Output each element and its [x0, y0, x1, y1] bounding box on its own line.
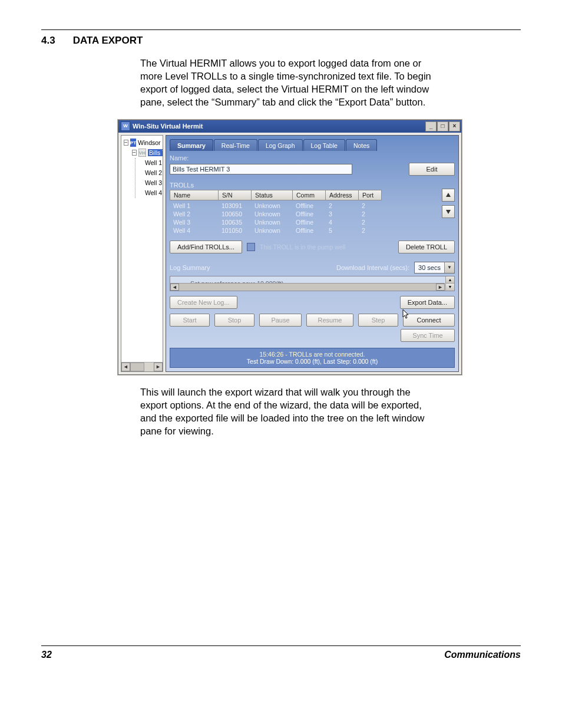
tree-root-row[interactable]: − PT Windsor Highland M	[124, 138, 161, 148]
table-cell: 2	[358, 226, 382, 235]
col-status[interactable]: Status	[251, 190, 292, 200]
collapse-icon[interactable]: −	[132, 150, 137, 156]
window-title: Win-Situ Virtual Hermit	[133, 123, 203, 130]
col-sn[interactable]: S/N	[218, 190, 251, 200]
table-row[interactable]: Well 3100635UnknownOffline42	[170, 218, 382, 226]
col-port[interactable]: Port	[358, 190, 382, 200]
tree-scrollbar[interactable]: ◄ ►	[121, 362, 163, 371]
stop-button[interactable]: Stop	[214, 314, 254, 327]
tab-strip: Summary Real-Time Log Graph Log Table No…	[170, 138, 455, 151]
paragraph-1: The Virtual HERMIT allows you to export …	[140, 57, 438, 109]
tree-well-row[interactable]: Well 3	[140, 178, 161, 188]
titlebar: W Win-Situ Virtual Hermit _ □ ×	[118, 120, 461, 133]
start-button[interactable]: Start	[170, 314, 210, 327]
table-row[interactable]: Well 4101050UnknownOffline52	[170, 226, 382, 235]
pump-well-checkbox[interactable]	[247, 243, 255, 251]
tree-well-label: Well 3	[145, 179, 162, 186]
table-cell: Offline	[292, 210, 325, 218]
tab-summary[interactable]: Summary	[170, 139, 213, 151]
minimize-button[interactable]: _	[425, 121, 437, 131]
tree-hermit-row[interactable]: − VH Bills Test HE	[132, 148, 161, 158]
hermit-icon: VH	[138, 149, 146, 157]
table-row[interactable]: Well 2100650UnknownOffline32	[170, 210, 382, 218]
pump-well-label: This TROLL is in the pump well	[260, 243, 345, 251]
tree-pane[interactable]: − PT Windsor Highland M − VH Bills Test …	[121, 135, 163, 372]
scroll-thumb[interactable]	[130, 363, 144, 371]
scroll-left-icon[interactable]: ◄	[121, 363, 130, 371]
maximize-button[interactable]: □	[437, 121, 448, 131]
paragraph-2: This will launch the export wizard that …	[140, 386, 438, 438]
resume-button[interactable]: Resume	[306, 314, 353, 327]
table-cell: 3	[325, 210, 358, 218]
col-address[interactable]: Address	[325, 190, 358, 200]
scroll-right-icon[interactable]: ►	[436, 284, 445, 291]
table-cell: Unknown	[251, 202, 292, 210]
tab-notes[interactable]: Notes	[346, 139, 377, 151]
table-row[interactable]: Well 1103091UnknownOffline22	[170, 202, 382, 210]
section-header: 4.3 DATA EXPORT	[41, 35, 521, 47]
table-cell: Well 2	[170, 210, 218, 218]
collapse-icon[interactable]: −	[124, 140, 128, 146]
table-cell: 2	[325, 202, 358, 210]
delete-troll-button[interactable]: Delete TROLL	[398, 241, 455, 253]
table-cell: 2	[358, 202, 382, 210]
spin-up-icon[interactable]: ▲	[446, 276, 454, 284]
tree-well-row[interactable]: Well 2	[140, 168, 161, 178]
table-cell: Well 3	[170, 218, 218, 226]
table-cell: 100635	[218, 218, 251, 226]
status-line-1: 15:46:26 - TROLLs are not connected.	[170, 351, 454, 358]
name-input[interactable]: Bills Test HERMIT 3	[170, 164, 352, 174]
scroll-left-icon[interactable]: ◄	[170, 284, 179, 291]
move-up-button[interactable]	[442, 189, 455, 202]
connect-button[interactable]: Connect	[403, 314, 455, 327]
tree-hermit-label: Bills Test HE	[148, 149, 163, 156]
page-footer: 32 Communications	[41, 645, 521, 660]
app-icon: W	[121, 121, 130, 131]
table-cell: Unknown	[251, 226, 292, 235]
col-name[interactable]: Name	[170, 190, 218, 200]
content-pane: Summary Real-Time Log Graph Log Table No…	[166, 135, 459, 372]
tab-logtable[interactable]: Log Table	[303, 139, 345, 151]
table-cell: Well 1	[170, 202, 218, 210]
export-data-button[interactable]: Export Data...	[400, 296, 455, 309]
table-cell: Unknown	[251, 218, 292, 226]
tab-realtime[interactable]: Real-Time	[214, 139, 257, 151]
add-find-trolls-button[interactable]: Add/Find TROLLs...	[170, 241, 242, 253]
pause-button[interactable]: Pause	[259, 314, 302, 327]
section-title: DATA EXPORT	[73, 35, 143, 47]
reference-spin[interactable]: ▲ ▼	[445, 276, 454, 291]
cursor-icon	[402, 309, 409, 319]
table-cell: 4	[325, 218, 358, 226]
sync-time-button[interactable]: Sync Time	[401, 329, 455, 342]
scroll-right-icon[interactable]: ►	[154, 363, 163, 371]
tree-well-label: Well 1	[145, 159, 162, 166]
download-interval-value: 30 secs	[415, 264, 444, 271]
app-window: W Win-Situ Virtual Hermit _ □ × − PT	[118, 120, 462, 375]
step-button[interactable]: Step	[358, 314, 398, 327]
table-cell: 100650	[218, 210, 251, 218]
table-cell: 2	[358, 210, 382, 218]
arrow-up-icon	[445, 192, 451, 198]
tree-well-row[interactable]: Well 4	[140, 188, 161, 198]
tree-well-label: Well 4	[145, 189, 162, 196]
download-interval-label: Download Interval (secs):	[336, 264, 409, 271]
table-cell: Offline	[292, 202, 325, 210]
table-cell: 101050	[218, 226, 251, 235]
chevron-down-icon: ▼	[444, 262, 454, 273]
status-box: 15:46:26 - TROLLs are not connected. Tes…	[170, 348, 455, 368]
site-icon: PT	[130, 139, 136, 147]
log-summary-label: Log Summary	[170, 264, 210, 271]
create-new-log-button[interactable]: Create New Log...	[170, 296, 237, 309]
edit-button[interactable]: Edit	[409, 163, 455, 176]
reference-scrollbar[interactable]: ◄ ►	[170, 283, 445, 291]
col-comm[interactable]: Comm	[292, 190, 325, 200]
move-down-button[interactable]	[442, 205, 455, 218]
tab-loggraph[interactable]: Log Graph	[258, 139, 303, 151]
table-cell: 103091	[218, 202, 251, 210]
close-button[interactable]: ×	[449, 121, 460, 131]
tree-well-row[interactable]: Well 1	[140, 158, 161, 168]
spin-down-icon[interactable]: ▼	[446, 284, 454, 291]
reference-area: Set new reference now: 10.000(ft) ◄ ► ▲ …	[170, 276, 455, 291]
download-interval-select[interactable]: 30 secs ▼	[414, 262, 455, 274]
name-label: Name:	[170, 154, 455, 162]
